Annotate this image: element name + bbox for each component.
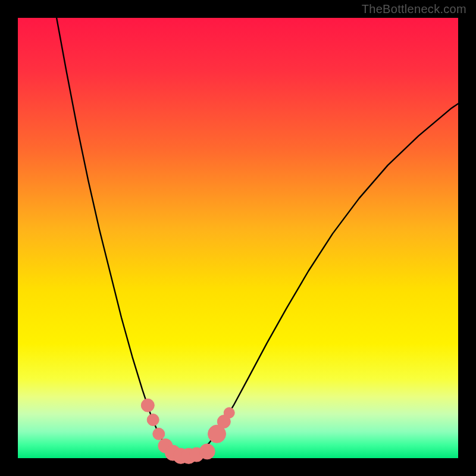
data-node (224, 408, 234, 418)
data-node (147, 414, 159, 426)
bottleneck-chart (0, 0, 476, 476)
chart-container: TheBottleneck.com (0, 0, 476, 476)
data-node (199, 444, 215, 459)
data-node (141, 399, 154, 412)
plot-background (18, 18, 458, 458)
data-node (153, 428, 165, 440)
watermark: TheBottleneck.com (362, 2, 466, 16)
